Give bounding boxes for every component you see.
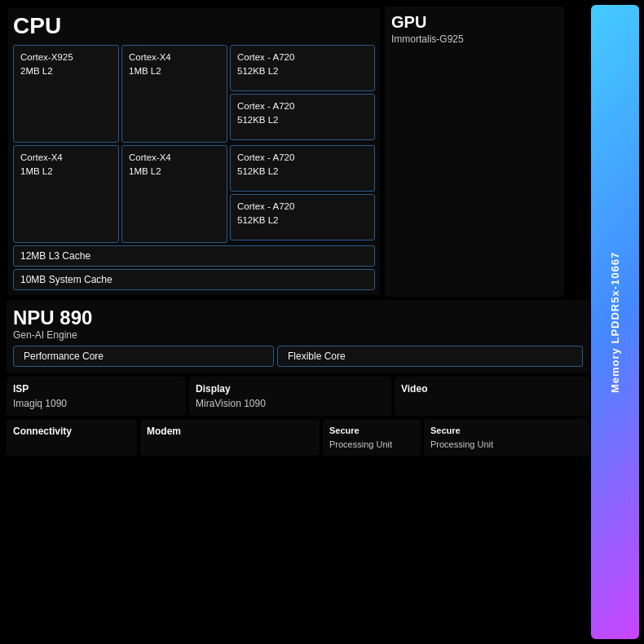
modem-title: Modem xyxy=(147,424,313,439)
gpu-subtitle: Immortalis-G925 xyxy=(391,33,558,45)
core-a720-r2-1: Cortex - A720 512KB L2 xyxy=(230,145,375,192)
core-x4-r2a-name: Cortex-X4 xyxy=(20,151,112,165)
core-x925: Cortex-X925 2MB L2 xyxy=(13,45,119,143)
gpu-title: GPU xyxy=(391,13,558,32)
a720-col-1: Cortex - A720 512KB L2 Cortex - A720 512… xyxy=(230,45,375,143)
npu-subtitle: Gen-AI Engine xyxy=(13,329,583,341)
core-a720-r2-2: Cortex - A720 512KB L2 xyxy=(230,194,375,240)
secure2-title: Secure xyxy=(430,424,583,438)
media-row: ISP Imagiq 1090 Display MiraVision 1090 … xyxy=(7,377,589,416)
chip-diagram: CPU Cortex-X925 2MB L2 Cortex-X4 1MB L2 xyxy=(0,0,644,644)
display-cell: Display MiraVision 1090 xyxy=(189,377,391,416)
secure1-title: Secure xyxy=(329,424,414,438)
memory-text: Memory LPDDR5x-10667 xyxy=(609,251,621,392)
cpu-block: CPU Cortex-X925 2MB L2 Cortex-X4 1MB L2 xyxy=(7,7,382,297)
connectivity-title: Connectivity xyxy=(13,424,130,439)
connectivity-cell: Connectivity xyxy=(7,419,137,456)
core-a720-r1-2: Cortex - A720 512KB L2 xyxy=(230,94,375,140)
secure1-cell: Secure Processing Unit xyxy=(323,419,421,456)
npu-flex-core: Flexible Core xyxy=(277,346,583,367)
core-x925-cache: 2MB L2 xyxy=(20,64,112,78)
core-x4-r2a: Cortex-X4 1MB L2 xyxy=(13,145,119,243)
a720-col-2: Cortex - A720 512KB L2 Cortex - A720 512… xyxy=(230,145,375,243)
a720-r2-1-name: Cortex - A720 xyxy=(237,152,294,162)
isp-subtitle: Imagiq 1090 xyxy=(13,396,179,411)
secure2-cell: Secure Processing Unit xyxy=(424,419,589,456)
npu-cores-row: Performance Core Flexible Core xyxy=(13,346,583,367)
core-x4-r2a-cache: 1MB L2 xyxy=(20,165,112,179)
bottom-row: Connectivity Modem Secure Processing Uni… xyxy=(7,419,589,456)
core-x4-r2b: Cortex-X4 1MB L2 xyxy=(121,145,227,243)
core-x4-r1-cache: 1MB L2 xyxy=(129,64,220,78)
video-cell: Video xyxy=(395,377,589,416)
cpu-cores-grid: Cortex-X925 2MB L2 Cortex-X4 1MB L2 Cort… xyxy=(13,45,375,290)
sys-cache: 10MB System Cache xyxy=(13,269,375,290)
cpu-row-2: Cortex-X4 1MB L2 Cortex-X4 1MB L2 Cortex… xyxy=(13,145,375,243)
top-row: CPU Cortex-X925 2MB L2 Cortex-X4 1MB L2 xyxy=(7,7,589,297)
cpu-title: CPU xyxy=(13,13,375,39)
core-x4-r2b-cache: 1MB L2 xyxy=(129,165,220,179)
main-content: CPU Cortex-X925 2MB L2 Cortex-X4 1MB L2 xyxy=(7,7,589,637)
isp-title: ISP xyxy=(13,382,179,396)
a720-r1-2-cache: 512KB L2 xyxy=(237,115,279,125)
gpu-block: GPU Immortalis-G925 xyxy=(385,7,564,297)
secure2-subtitle: Processing Unit xyxy=(430,438,583,452)
core-x4-r1-name: Cortex-X4 xyxy=(129,51,220,64)
a720-r2-2-name: Cortex - A720 xyxy=(237,201,294,211)
video-title: Video xyxy=(401,382,583,396)
npu-block: NPU 890 Gen-AI Engine Performance Core F… xyxy=(7,300,589,373)
secure1-subtitle: Processing Unit xyxy=(329,438,414,452)
a720-r2-1-cache: 512KB L2 xyxy=(237,166,279,176)
cpu-row-1: Cortex-X925 2MB L2 Cortex-X4 1MB L2 Cort… xyxy=(13,45,375,143)
core-x925-name: Cortex-X925 xyxy=(20,51,112,64)
core-x4-r1: Cortex-X4 1MB L2 xyxy=(121,45,227,143)
isp-cell: ISP Imagiq 1090 xyxy=(7,377,186,416)
npu-perf-core: Performance Core xyxy=(13,346,274,367)
core-a720-r1-1: Cortex - A720 512KB L2 xyxy=(230,45,375,91)
l3-cache: 12MB L3 Cache xyxy=(13,245,375,267)
memory-strip: Memory LPDDR5x-10667 xyxy=(593,7,637,637)
a720-r2-2-cache: 512KB L2 xyxy=(237,215,279,225)
npu-title: NPU 890 xyxy=(13,307,583,329)
display-subtitle: MiraVision 1090 xyxy=(196,396,385,411)
a720-r1-1-cache: 512KB L2 xyxy=(237,66,279,76)
display-title: Display xyxy=(196,382,385,396)
core-x4-r2b-name: Cortex-X4 xyxy=(129,151,220,165)
modem-cell: Modem xyxy=(140,419,320,456)
a720-r1-2-name: Cortex - A720 xyxy=(237,101,294,111)
a720-r1-1-name: Cortex - A720 xyxy=(237,52,294,62)
